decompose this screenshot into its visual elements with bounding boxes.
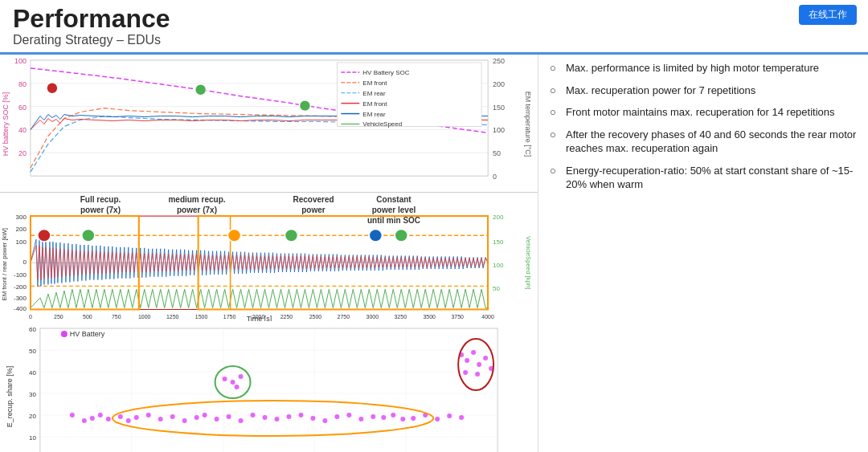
svg-point-140 [400,417,405,421]
svg-point-154 [483,356,488,360]
chart-top-svg: 100 80 60 40 20 250 200 150 100 50 0 HV … [0,56,538,192]
scatter-svg: 60 50 40 30 20 10 0 0 20 40 60 80 100 HV… [0,324,538,452]
svg-point-128 [263,415,268,420]
svg-point-127 [251,413,256,417]
svg-text:20: 20 [18,149,27,157]
svg-point-21 [299,100,310,112]
svg-text:3000: 3000 [366,314,379,320]
svg-text:HV battery SOC [%]: HV battery SOC [%] [2,92,10,156]
scatter-chart: 60 50 40 30 20 10 0 0 20 40 60 80 100 HV… [0,324,538,452]
svg-point-139 [391,413,395,417]
svg-point-116 [126,418,131,423]
main-content: 100 80 60 40 20 250 200 150 100 50 0 HV … [0,55,868,452]
svg-text:250: 250 [493,57,505,65]
header: Performance Derating Strategy – EDUs [0,0,868,55]
svg-point-132 [310,416,315,421]
svg-text:150: 150 [493,238,504,246]
bullet-5: Energy-recuperation-ratio: 50% at start … [550,164,857,192]
left-panel: 100 80 60 40 20 250 200 150 100 50 0 HV … [0,55,538,452]
svg-point-119 [158,417,163,421]
svg-point-131 [298,413,303,417]
svg-text:200: 200 [16,226,27,234]
bullet-3: Front motor maintains max. recuperation … [550,105,857,120]
svg-text:30: 30 [29,391,36,398]
svg-point-120 [170,414,175,419]
svg-point-111 [82,418,87,423]
svg-text:50: 50 [493,149,501,157]
svg-text:EM front / rear power [kW]: EM front / rear power [kW] [1,228,8,300]
svg-point-64 [395,230,407,242]
svg-point-136 [358,417,363,421]
svg-text:E_recup. share [%]: E_recup. share [%] [6,366,14,427]
svg-point-144 [447,413,452,418]
svg-point-117 [134,415,139,420]
svg-point-156 [463,370,468,375]
svg-text:HV Battery: HV Battery [70,330,105,338]
svg-point-125 [227,414,231,419]
svg-text:2750: 2750 [338,314,350,320]
bullet-list: Max. performance is limited by high moto… [550,61,857,200]
svg-point-110 [70,413,75,417]
svg-point-148 [239,374,244,379]
svg-text:-300: -300 [14,295,27,302]
svg-text:-100: -100 [14,271,27,279]
svg-text:3250: 3250 [394,314,407,320]
top-button[interactable]: 在线工作 [799,5,857,25]
page-subtitle: Derating Strategy – EDUs [13,33,170,47]
svg-text:100: 100 [14,57,27,65]
svg-text:EM front: EM front [362,100,387,108]
svg-point-129 [274,417,279,421]
svg-point-113 [98,413,103,417]
svg-text:1500: 1500 [195,314,208,320]
svg-text:40: 40 [18,127,27,135]
svg-point-115 [118,414,123,419]
svg-text:200: 200 [493,214,504,221]
svg-text:0: 0 [23,259,27,267]
svg-point-61 [228,230,241,242]
svg-text:20: 20 [29,413,36,420]
svg-point-157 [475,372,480,377]
svg-text:-200: -200 [14,284,27,291]
svg-point-112 [90,416,95,421]
svg-text:EM temperature [°C]: EM temperature [°C] [524,92,532,157]
svg-text:2500: 2500 [309,314,322,320]
svg-text:250: 250 [54,314,63,320]
svg-text:100: 100 [493,127,505,135]
svg-point-133 [322,418,327,423]
svg-point-62 [285,230,297,242]
svg-text:4000: 4000 [481,314,494,320]
svg-text:Time [s]: Time [s] [247,315,272,321]
svg-point-108 [61,331,68,337]
svg-point-126 [239,418,244,423]
svg-text:40: 40 [29,369,36,377]
svg-point-124 [215,417,219,421]
svg-text:200: 200 [493,80,505,88]
svg-text:300: 300 [16,214,27,221]
svg-text:60: 60 [29,326,36,333]
bullet-1: Max. performance is limited by high moto… [550,61,857,75]
bullet-2: Max. recuperation power for 7 repetition… [550,83,857,98]
svg-text:VehicleSpeed: VehicleSpeed [362,121,402,128]
svg-point-151 [465,358,469,363]
svg-point-137 [371,414,375,419]
chart-bottom: Full recup.power (7x) medium recup.power… [0,193,538,321]
svg-text:80: 80 [18,80,27,88]
svg-text:100: 100 [16,238,27,246]
svg-text:750: 750 [112,314,121,320]
svg-text:50: 50 [29,348,36,355]
svg-text:3500: 3500 [423,314,436,320]
svg-text:1750: 1750 [223,314,236,320]
svg-text:3750: 3750 [451,314,464,320]
svg-text:150: 150 [493,104,505,112]
page-title: Performance [13,5,170,33]
svg-text:-400: -400 [14,306,27,313]
svg-text:0: 0 [29,314,32,320]
svg-text:1000: 1000 [138,314,151,320]
svg-point-60 [82,230,95,242]
svg-point-153 [477,362,481,367]
svg-point-123 [203,413,207,417]
svg-text:EM rear: EM rear [362,90,386,97]
svg-point-63 [369,230,382,242]
svg-point-130 [286,414,291,419]
svg-point-114 [106,417,111,421]
